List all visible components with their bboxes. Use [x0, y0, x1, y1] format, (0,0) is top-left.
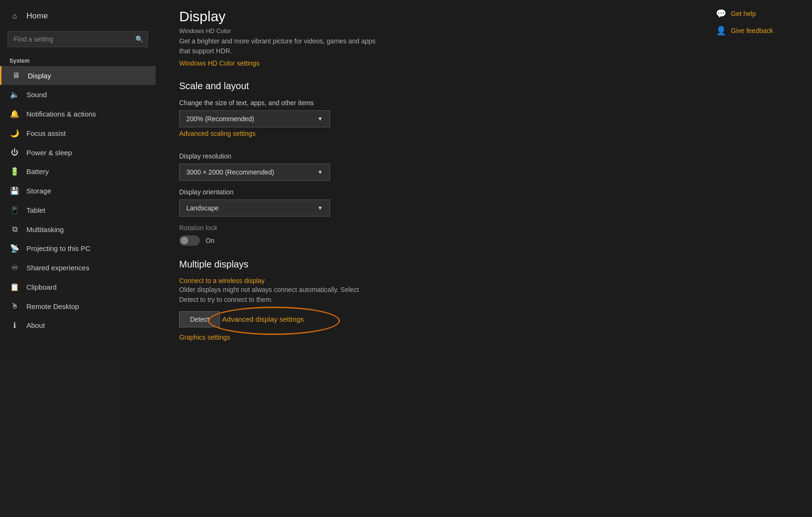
about-icon: ℹ — [9, 321, 20, 330]
focus-assist-icon: 🌙 — [9, 129, 20, 138]
give-feedback-icon: 👤 — [716, 25, 726, 36]
connect-wireless-display-link[interactable]: Connect to a wireless display — [179, 277, 265, 284]
scale-value: 200% (Recommended) — [186, 115, 254, 123]
hdr-color-settings-link[interactable]: Windows HD Color settings — [179, 59, 259, 67]
toggle-knob — [181, 237, 188, 244]
battery-icon: 🔋 — [9, 167, 20, 176]
get-help-label: Get help — [731, 10, 756, 17]
scale-label: Change the size of text, apps, and other… — [179, 99, 680, 107]
get-help-icon: 💬 — [716, 8, 726, 19]
sidebar-item-storage[interactable]: 💾 Storage — [0, 181, 156, 200]
sidebar-item-label-battery: Battery — [26, 167, 49, 175]
resolution-label: Display resolution — [179, 152, 680, 160]
get-help-link[interactable]: 💬 Get help — [716, 8, 804, 19]
scale-layout-title: Scale and layout — [179, 81, 680, 92]
multitasking-icon: ⧉ — [9, 225, 20, 233]
sidebar-item-label-storage: Storage — [26, 187, 51, 195]
sidebar-item-remote-desktop[interactable]: 🖱 Remote Desktop — [0, 297, 156, 316]
sidebar-item-notifications[interactable]: 🔔 Notifications & actions — [0, 104, 156, 124]
orientation-dropdown-arrow: ▼ — [317, 205, 323, 211]
sidebar-item-label-shared: Shared experiences — [26, 264, 89, 272]
sidebar-item-label-focus: Focus assist — [26, 129, 66, 137]
sidebar-item-label-multitasking: Multitasking — [26, 225, 64, 233]
sidebar-item-clipboard[interactable]: 📋 Clipboard — [0, 277, 156, 297]
scale-dropdown[interactable]: 200% (Recommended) ▼ — [179, 110, 330, 127]
multiple-displays-description: Older displays might not always connect … — [179, 285, 462, 305]
page-title: Display — [179, 0, 680, 25]
remote-desktop-icon: 🖱 — [9, 302, 20, 310]
sidebar-item-display[interactable]: 🖥 Display — [0, 66, 156, 85]
sidebar-item-label-tablet: Tablet — [26, 206, 45, 214]
hdr-description: Get a brighter and more vibrant picture … — [179, 36, 680, 56]
give-feedback-link[interactable]: 👤 Give feedback — [716, 25, 804, 36]
hdr-section-title: Windows HD Color — [179, 27, 680, 34]
sidebar-item-tablet[interactable]: 📱 Tablet — [0, 200, 156, 220]
resolution-dropdown-arrow: ▼ — [317, 169, 323, 175]
sound-icon: 🔈 — [9, 90, 20, 99]
sidebar-item-power-sleep[interactable]: ⏻ Power & sleep — [0, 143, 156, 162]
home-button[interactable]: ⌂ Home — [0, 5, 156, 27]
give-feedback-label: Give feedback — [731, 27, 773, 34]
multiple-displays-title: Multiple displays — [179, 259, 680, 270]
sidebar-item-label-remote: Remote Desktop — [26, 302, 79, 310]
orientation-value: Landscape — [186, 204, 219, 212]
storage-icon: 💾 — [9, 186, 20, 195]
graphics-settings-link[interactable]: Graphics settings — [179, 334, 230, 341]
notification-icon: 🔔 — [9, 109, 20, 118]
sidebar-item-label-about: About — [26, 321, 45, 329]
rotation-lock-label: Rotation lock — [179, 224, 680, 232]
rotation-toggle-label: On — [206, 237, 215, 244]
display-icon: 🖥 — [11, 71, 21, 80]
detect-button[interactable]: Detect — [179, 311, 220, 327]
orientation-label: Display orientation — [179, 188, 680, 196]
sidebar-item-shared-experiences[interactable]: ♾ Shared experiences — [0, 258, 156, 277]
home-label: Home — [26, 11, 48, 21]
advanced-scaling-link[interactable]: Advanced scaling settings — [179, 130, 256, 137]
sidebar-item-label-display: Display — [28, 72, 51, 80]
scale-dropdown-arrow: ▼ — [317, 116, 323, 122]
rotation-lock-toggle[interactable] — [179, 235, 200, 246]
sidebar-item-label-power: Power & sleep — [26, 149, 72, 157]
sidebar-item-sound[interactable]: 🔈 Sound — [0, 85, 156, 104]
search-container: 🔍 — [8, 31, 148, 47]
search-icon: 🔍 — [135, 35, 143, 43]
sidebar-item-projecting[interactable]: 📡 Projecting to this PC — [0, 239, 156, 258]
resolution-dropdown[interactable]: 3000 × 2000 (Recommended) ▼ — [179, 164, 330, 181]
sidebar-item-label-projecting: Projecting to this PC — [26, 244, 91, 252]
projecting-icon: 📡 — [9, 244, 20, 253]
search-input[interactable] — [8, 31, 148, 47]
power-sleep-icon: ⏻ — [9, 148, 20, 157]
clipboard-icon: 📋 — [9, 283, 20, 292]
tablet-icon: 📱 — [9, 206, 20, 215]
sidebar-item-label-clipboard: Clipboard — [26, 283, 57, 291]
main-content: Display Windows HD Color Get a brighter … — [156, 0, 708, 517]
sidebar-item-label-sound: Sound — [26, 91, 47, 99]
home-icon: ⌂ — [9, 12, 20, 20]
sidebar-item-battery[interactable]: 🔋 Battery — [0, 162, 156, 181]
shared-experiences-icon: ♾ — [9, 263, 20, 272]
sidebar-item-multitasking[interactable]: ⧉ Multitasking — [0, 220, 156, 239]
sidebar-section-label: System — [0, 54, 156, 66]
hdr-section: Windows HD Color Get a brighter and more… — [179, 27, 680, 67]
resolution-value: 3000 × 2000 (Recommended) — [186, 168, 274, 176]
rotation-lock-toggle-row: On — [179, 235, 680, 246]
sidebar-item-label-notifications: Notifications & actions — [26, 110, 96, 118]
orientation-dropdown[interactable]: Landscape ▼ — [179, 200, 330, 217]
sidebar-item-focus-assist[interactable]: 🌙 Focus assist — [0, 124, 156, 143]
sidebar: ⌂ Home 🔍 System 🖥 Display 🔈 Sound 🔔 Noti… — [0, 0, 156, 517]
advanced-display-settings-link[interactable]: Advanced display settings — [222, 315, 304, 323]
right-panel: 💬 Get help 👤 Give feedback — [708, 0, 812, 517]
advanced-display-link-container: Advanced display settings — [222, 315, 304, 324]
sidebar-item-about[interactable]: ℹ About — [0, 316, 156, 335]
